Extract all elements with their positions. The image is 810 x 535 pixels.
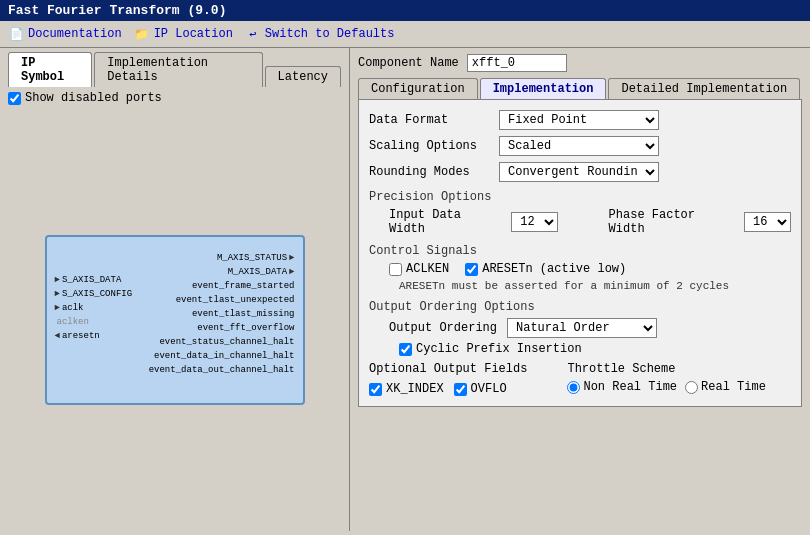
aresetn-item: ARESETn (active low) [465, 262, 626, 276]
scaling-options-row: Scaling Options Scaled Unscaled Block Fl… [369, 136, 791, 156]
component-name-row: Component Name [358, 54, 802, 72]
real-time-item: Real Time [685, 380, 766, 394]
optional-fields-area: Optional Output Fields XK_INDEX OVFLO Th [369, 362, 791, 396]
precision-options-title: Precision Options [369, 190, 791, 204]
port-event-status-halt: event_status_channel_halt [159, 337, 294, 347]
xk-index-item: XK_INDEX [369, 382, 444, 396]
optional-checks-row: XK_INDEX OVFLO [369, 382, 527, 396]
rounding-modes-select[interactable]: Convergent Rounding Truncation [499, 162, 659, 182]
left-panel: IP Symbol Implementation Details Latency… [0, 48, 350, 531]
right-tabs-row: Configuration Implementation Detailed Im… [358, 78, 802, 99]
real-time-label: Real Time [701, 380, 766, 394]
show-ports-label: Show disabled ports [25, 91, 162, 105]
scaling-options-label: Scaling Options [369, 139, 499, 153]
optional-fields-title: Optional Output Fields [369, 362, 527, 376]
switch-icon: ↩ [245, 26, 261, 42]
non-real-time-radio[interactable] [567, 381, 580, 394]
ordering-row: Output Ordering Natural Order Bit/Digit … [389, 318, 791, 338]
real-time-radio[interactable] [685, 381, 698, 394]
app-title: Fast Fourier Transform (9.0) [8, 3, 226, 18]
port-s-axis-data: ► S_AXIS_DATA [55, 275, 133, 285]
input-data-width-label: Input Data Width [389, 208, 495, 236]
input-data-width-select[interactable]: 12 8162432 [511, 212, 558, 232]
phase-factor-width-select[interactable]: 16 8122432 [744, 212, 791, 232]
port-event-tlast-unexp: event_tlast_unexpected [176, 295, 295, 305]
xk-index-label: XK_INDEX [386, 382, 444, 396]
ip-symbol-box: ► S_AXIS_DATA ► S_AXIS_CONFIG ► aclk [45, 235, 305, 405]
component-name-input[interactable] [467, 54, 567, 72]
port-aclken: aclken [55, 317, 133, 327]
data-format-select[interactable]: Fixed Point Floating Point [499, 110, 659, 130]
tab-latency[interactable]: Latency [265, 66, 341, 87]
ovflo-item: OVFLO [454, 382, 507, 396]
port-m-axis-data: M_AXIS_DATA ► [228, 267, 295, 277]
ip-location-btn[interactable]: 📁 IP Location [134, 26, 233, 42]
right-tab-content: Data Format Fixed Point Floating Point S… [358, 99, 802, 407]
throttle-title: Throttle Scheme [567, 362, 765, 376]
ports-left: ► S_AXIS_DATA ► S_AXIS_CONFIG ► aclk [55, 245, 133, 395]
aresetn-checkbox[interactable] [465, 263, 478, 276]
title-bar: Fast Fourier Transform (9.0) [0, 0, 810, 21]
port-event-data-in-halt: event_data_in_channel_halt [154, 351, 294, 361]
documentation-btn[interactable]: 📄 Documentation [8, 26, 122, 42]
left-tabs: IP Symbol Implementation Details Latency [0, 48, 349, 87]
data-format-label: Data Format [369, 113, 499, 127]
phase-factor-width-label: Phase Factor Width [609, 208, 729, 236]
port-event-data-out-halt: event_data_out_channel_halt [149, 365, 295, 375]
optional-output-col: Optional Output Fields XK_INDEX OVFLO [369, 362, 527, 396]
tab-ip-symbol[interactable]: IP Symbol [8, 52, 92, 87]
xk-index-checkbox[interactable] [369, 383, 382, 396]
switch-defaults-btn[interactable]: ↩ Switch to Defaults [245, 26, 395, 42]
throttle-col: Throttle Scheme Non Real Time Real Time [567, 362, 765, 396]
aclken-label: ACLKEN [406, 262, 449, 276]
aresetn-label: ARESETn (active low) [482, 262, 626, 276]
cyclic-prefix-label: Cyclic Prefix Insertion [416, 342, 582, 356]
tab-configuration[interactable]: Configuration [358, 78, 478, 99]
throttle-radio-row: Non Real Time Real Time [567, 380, 765, 394]
rounding-modes-row: Rounding Modes Convergent Rounding Trunc… [369, 162, 791, 182]
ovflo-label: OVFLO [471, 382, 507, 396]
scaling-options-select[interactable]: Scaled Unscaled Block Floating Point [499, 136, 659, 156]
ip-location-label: IP Location [154, 27, 233, 41]
aresetn-note: ARESETn must be asserted for a minimum o… [399, 280, 791, 292]
ovflo-checkbox[interactable] [454, 383, 467, 396]
show-ports-row: Show disabled ports [0, 87, 349, 109]
output-ordering-select[interactable]: Natural Order Bit/Digit Reversed [507, 318, 657, 338]
non-real-time-label: Non Real Time [583, 380, 677, 394]
tab-implementation-details[interactable]: Implementation Details [94, 52, 262, 87]
symbol-area: ► S_AXIS_DATA ► S_AXIS_CONFIG ► aclk [0, 109, 349, 531]
switch-defaults-label: Switch to Defaults [265, 27, 395, 41]
ip-location-icon: 📁 [134, 26, 150, 42]
control-signals-row: ACLKEN ARESETn (active low) [389, 262, 791, 276]
port-aresetn: ◄ aresetn [55, 331, 133, 341]
rounding-modes-label: Rounding Modes [369, 165, 499, 179]
port-m-axis-status: M_AXIS_STATUS ► [217, 253, 295, 263]
aclken-checkbox[interactable] [389, 263, 402, 276]
data-format-row: Data Format Fixed Point Floating Point [369, 110, 791, 130]
toolbar: 📄 Documentation 📁 IP Location ↩ Switch t… [0, 21, 810, 48]
right-panel: Component Name Configuration Implementat… [350, 48, 810, 531]
tab-detailed-implementation[interactable]: Detailed Implementation [608, 78, 800, 99]
non-real-time-item: Non Real Time [567, 380, 677, 394]
port-aclk: ► aclk [55, 303, 133, 313]
component-name-label: Component Name [358, 56, 459, 70]
documentation-label: Documentation [28, 27, 122, 41]
tab-implementation[interactable]: Implementation [480, 78, 607, 99]
port-event-fft-overflow: event_fft_overflow [197, 323, 294, 333]
show-disabled-ports-checkbox[interactable] [8, 92, 21, 105]
cyclic-prefix-row: Cyclic Prefix Insertion [399, 342, 791, 356]
ports-right: M_AXIS_STATUS ► M_AXIS_DATA ► event_fram… [149, 245, 295, 395]
port-event-tlast-miss: event_tlast_missing [192, 309, 295, 319]
port-event-frame: event_frame_started [192, 281, 295, 291]
cyclic-prefix-checkbox[interactable] [399, 343, 412, 356]
documentation-icon: 📄 [8, 26, 24, 42]
control-signals-title: Control Signals [369, 244, 791, 258]
output-ordering-label: Output Ordering [389, 321, 499, 335]
port-s-axis-config: ► S_AXIS_CONFIG [55, 289, 133, 299]
precision-row: Input Data Width 12 8162432 Phase Factor… [389, 208, 791, 236]
output-ordering-title: Output Ordering Options [369, 300, 791, 314]
aclken-item: ACLKEN [389, 262, 449, 276]
